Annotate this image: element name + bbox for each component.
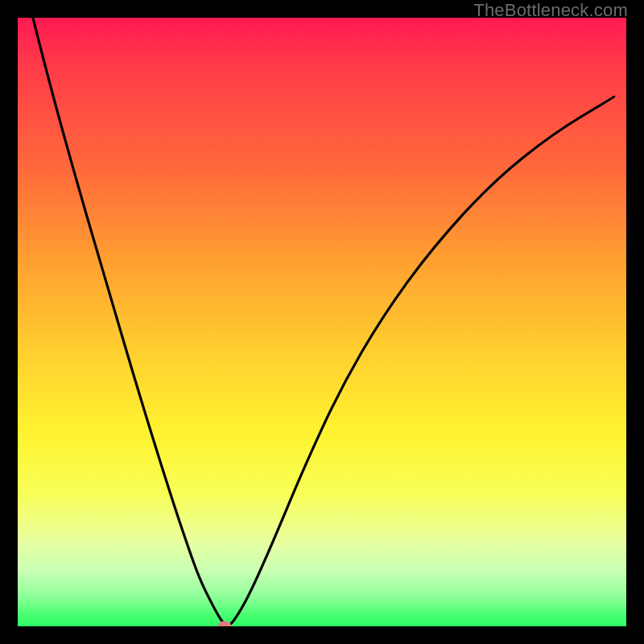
chart-frame xyxy=(18,18,626,626)
bottleneck-curve-path xyxy=(33,18,614,625)
bottleneck-marker xyxy=(218,621,231,627)
chart-svg xyxy=(18,18,626,626)
